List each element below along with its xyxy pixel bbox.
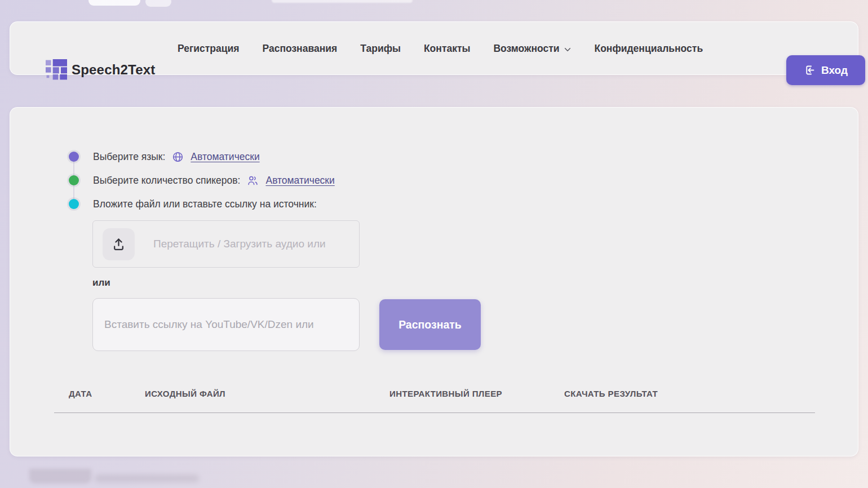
nav-item-tariffs[interactable]: Тарифы: [360, 43, 401, 55]
step-attach: Вложите файл или вставьте ссылку на исто…: [93, 197, 317, 211]
nav-item-features-label: Возможности: [493, 43, 559, 55]
speakers-auto-link[interactable]: Автоматически: [265, 175, 334, 187]
upload-icon: [111, 237, 126, 252]
step-speakers: Выберите количество спикеров: Автоматиче…: [93, 173, 335, 188]
login-button[interactable]: Вход: [786, 55, 865, 85]
speakers-icon: [247, 175, 259, 187]
brand-title: Speech2Text: [72, 62, 156, 78]
table-header-download-result: СКАЧАТЬ РЕЗУЛЬТАТ: [564, 389, 658, 398]
top-navigation-bar: Speech2Text Регистрация Распознавания Та…: [10, 21, 858, 75]
top-edge-artifact: [145, 0, 171, 7]
recognition-panel: Выберите язык: Автоматически Выберите ко…: [10, 107, 858, 456]
main-nav: Регистрация Распознавания Тарифы Контакт…: [178, 22, 703, 76]
upload-file-button[interactable]: [103, 228, 135, 260]
nav-item-features[interactable]: Возможности: [493, 43, 571, 55]
or-separator-label: или: [92, 277, 110, 289]
table-header-date: ДАТА: [69, 389, 92, 398]
login-button-label: Вход: [821, 64, 848, 77]
dropzone-placeholder: Перетащить / Загрузить аудио или: [153, 238, 326, 250]
top-edge-artifact: [272, 0, 413, 3]
table-header-source-file: ИСХОДНЫЙ ФАЙЛ: [145, 389, 225, 398]
file-dropzone[interactable]: Перетащить / Загрузить аудио или: [92, 220, 360, 268]
nav-item-contacts[interactable]: Контакты: [424, 43, 471, 55]
step-attach-label: Вложите файл или вставьте ссылку на исто…: [93, 198, 317, 210]
bottom-edge-shadow: [95, 474, 199, 482]
step2-dot: [69, 175, 79, 185]
table-header-divider: [54, 412, 815, 413]
nav-item-recognitions[interactable]: Распознавания: [262, 43, 337, 55]
step-language-label: Выберите язык:: [93, 151, 165, 163]
step3-dot: [69, 199, 79, 209]
top-edge-artifact: [88, 0, 140, 6]
globe-icon: [172, 151, 184, 163]
step1-dot: [69, 152, 79, 162]
language-auto-link[interactable]: Автоматически: [191, 151, 259, 163]
login-icon: [804, 64, 816, 76]
step-language: Выберите язык: Автоматически: [93, 149, 260, 164]
source-url-input[interactable]: [92, 298, 360, 351]
table-header-interactive-player: ИНТЕРАКТИВНЫЙ ПЛЕЕР: [389, 389, 502, 398]
page: { "brand": { "title": "Speech2Text" }, "…: [0, 0, 868, 488]
nav-item-privacy[interactable]: Конфиденциальность: [595, 43, 703, 55]
step-speakers-label: Выберите количество спикеров:: [93, 175, 240, 187]
nav-item-registration[interactable]: Регистрация: [178, 43, 239, 55]
brand-logo-icon: [46, 59, 67, 81]
recognize-button[interactable]: Распознать: [379, 299, 481, 350]
chevron-down-icon: [564, 46, 572, 54]
bottom-edge-shadow: [29, 469, 91, 483]
